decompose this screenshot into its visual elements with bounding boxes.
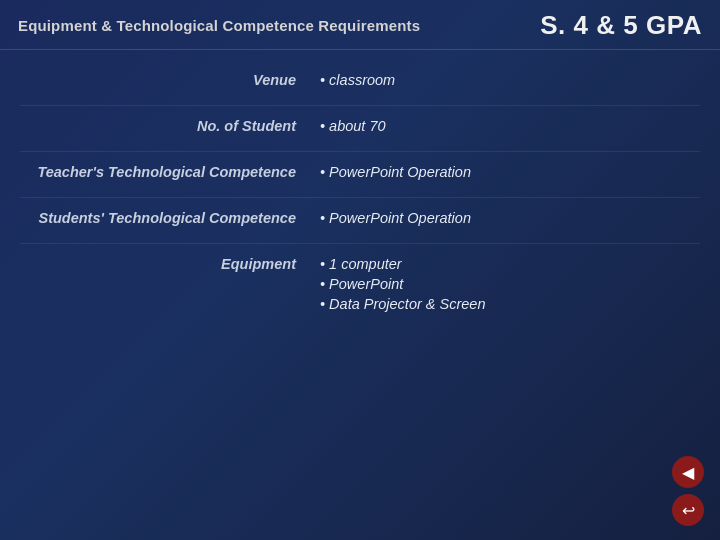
label-equipment: Equipment [20, 254, 320, 272]
students-item-1: • about 70 [320, 118, 700, 134]
value-student-competence: • PowerPoint Operation [320, 208, 700, 230]
value-equipment: • 1 computer • PowerPoint • Data Project… [320, 254, 700, 316]
equipment-item-2: • PowerPoint [320, 276, 700, 292]
label-teacher-competence: Teacher's Technological Competence [20, 162, 320, 180]
forward-icon: ↩ [682, 501, 695, 520]
label-venue: Venue [20, 70, 320, 88]
back-icon: ◀ [682, 463, 694, 482]
teacher-item-1: • PowerPoint Operation [320, 164, 700, 180]
equipment-item-3: • Data Projector & Screen [320, 296, 700, 312]
value-venue: • classroom [320, 70, 700, 92]
row-venue: Venue • classroom [20, 60, 700, 106]
value-students: • about 70 [320, 116, 700, 138]
row-student-competence: Students' Technological Competence • Pow… [20, 198, 700, 244]
row-equipment: Equipment • 1 computer • PowerPoint • Da… [20, 244, 700, 326]
value-teacher-competence: • PowerPoint Operation [320, 162, 700, 184]
row-students: No. of Student • about 70 [20, 106, 700, 152]
venue-item-1: • classroom [320, 72, 700, 88]
student-item-1: • PowerPoint Operation [320, 210, 700, 226]
forward-button[interactable]: ↩ [672, 494, 704, 526]
equipment-item-1: • 1 computer [320, 256, 700, 272]
content-area: Venue • classroom No. of Student • about… [0, 50, 720, 336]
page-title: Equipment & Technological Competence Req… [18, 17, 420, 34]
label-student-competence: Students' Technological Competence [20, 208, 320, 226]
back-button[interactable]: ◀ [672, 456, 704, 488]
label-students: No. of Student [20, 116, 320, 134]
gpa-label: S. 4 & 5 GPA [540, 10, 702, 41]
nav-buttons: ◀ ↩ [672, 456, 704, 526]
row-teacher-competence: Teacher's Technological Competence • Pow… [20, 152, 700, 198]
top-bar: Equipment & Technological Competence Req… [0, 0, 720, 50]
slide: Equipment & Technological Competence Req… [0, 0, 720, 540]
